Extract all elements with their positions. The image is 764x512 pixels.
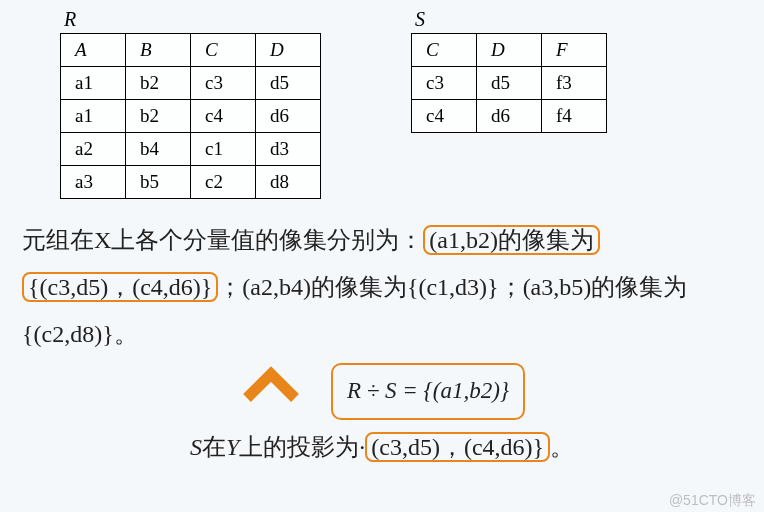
table-R-label: R — [64, 8, 321, 31]
table-row: a1b2c3d5 — [61, 67, 321, 100]
text-run: 。 — [550, 434, 574, 460]
watermark: @51CTO博客 — [669, 492, 756, 510]
text-run: 在 — [202, 434, 226, 460]
col-header: A — [61, 34, 126, 67]
table-row: c3d5f3 — [412, 67, 607, 100]
table-S-block: S C D F c3d5f3 c4d6f4 — [411, 8, 607, 133]
col-header: D — [477, 34, 542, 67]
col-header: D — [256, 34, 321, 67]
text-run: Y — [226, 434, 239, 460]
col-header: C — [191, 34, 256, 67]
paragraph-3: S在Y上的投影为·(c3,d5)，(c4,d6)}。 — [22, 424, 742, 471]
explanation-text: 元组在X上各个分量值的像集分别为：(a1,b2)的像集为 {(c3,d5)，(c… — [0, 199, 764, 471]
table-row: C D F — [412, 34, 607, 67]
table-S-label: S — [415, 8, 607, 31]
table-row: a2b4c1d3 — [61, 133, 321, 166]
highlight-box-2: {(c3,d5)，(c4,d6)} — [22, 272, 218, 302]
chevron-up-icon — [239, 364, 303, 420]
highlight-box-1: (a1,b2)的像集为 — [423, 225, 600, 255]
table-row: a1b2c4d6 — [61, 100, 321, 133]
text-run: 上的投影为· — [239, 434, 365, 460]
tables-row: R A B C D a1b2c3d5 a1b2c4d6 a2b4c1d3 a3b… — [0, 0, 764, 199]
col-header: F — [542, 34, 607, 67]
table-S: C D F c3d5f3 c4d6f4 — [411, 33, 607, 133]
col-header: C — [412, 34, 477, 67]
highlight-box-3: (c3,d5)，(c4,d6)} — [365, 432, 550, 462]
result-box: R ÷ S = {(a1,b2)} — [331, 363, 525, 420]
table-row: a3b5c2d8 — [61, 166, 321, 199]
table-R-block: R A B C D a1b2c3d5 a1b2c4d6 a2b4c1d3 a3b… — [60, 8, 321, 199]
table-row: c4d6f4 — [412, 100, 607, 133]
text-run: S — [190, 434, 202, 460]
paragraph-1: 元组在X上各个分量值的像集分别为：(a1,b2)的像集为 {(c3,d5)，(c… — [22, 217, 742, 357]
text-run: 元组在X上各个分量值的像集分别为： — [22, 227, 423, 253]
result-row: R ÷ S = {(a1,b2)} — [22, 363, 742, 420]
col-header: B — [126, 34, 191, 67]
table-row: A B C D — [61, 34, 321, 67]
table-R: A B C D a1b2c3d5 a1b2c4d6 a2b4c1d3 a3b5c… — [60, 33, 321, 199]
